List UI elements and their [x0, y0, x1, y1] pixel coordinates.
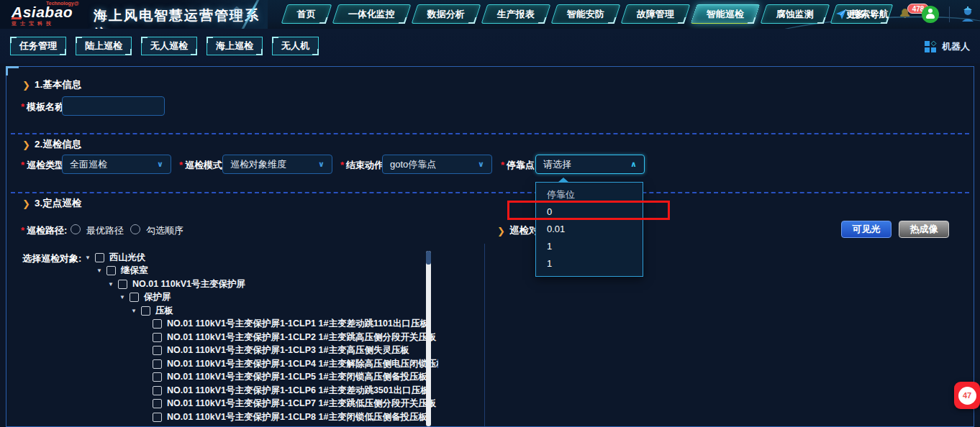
paper-plane-icon[interactable]	[835, 9, 847, 20]
alarm-bell-wrap[interactable]: 🔔︎ 478	[899, 6, 915, 23]
required-marker: *	[21, 101, 24, 112]
tree-row[interactable]: NO.01 110kV1号主变保护屏1-1CLP5 1#主变闭锁高压侧备投压板	[6, 371, 438, 385]
tree-row[interactable]: NO.01 110kV1号主变保护屏1-1CLP1 1#主变差动跳1101出口压…	[6, 318, 438, 331]
chevron-down-icon: ∨	[478, 160, 484, 169]
checkbox[interactable]	[153, 386, 162, 395]
tree-scrollbar-thumb[interactable]	[426, 251, 431, 265]
logo-accent	[11, 17, 22, 19]
nav-item-corrosion-monitoring[interactable]: 腐蚀监测	[761, 4, 830, 24]
section-marker-icon: ❯	[497, 226, 505, 237]
tree-row[interactable]: NO.01 110kV1号主变保护屏1-1CLP2 1#主变跳高压侧分段开关压板	[6, 331, 438, 344]
tree-expand-icon[interactable]: ▼	[119, 294, 130, 300]
nav-item-fault-management[interactable]: 故障管理	[621, 4, 691, 24]
secondary-nav: 任务管理 陆上巡检 无人巡检 海上巡检 无人机 机器人	[0, 29, 980, 63]
tree-row[interactable]: NO.01 110kV1号主变保护屏1-1CLP6 1#主变差动跳3501出口压…	[6, 384, 438, 398]
robot-entry-button[interactable]: 机器人	[925, 40, 970, 53]
inspection-mode-label: *巡检模式:	[179, 159, 225, 172]
tree-expand-icon[interactable]: ▼	[131, 308, 141, 314]
checkbox[interactable]	[153, 359, 162, 369]
radio-optimal-path[interactable]	[71, 224, 81, 234]
green-person-circle-icon[interactable]	[922, 6, 939, 23]
module-tabs: 任务管理 陆上巡检 无人巡检 海上巡检 无人机	[10, 37, 319, 55]
nav-item-integrated-monitoring[interactable]: 一体化监控	[332, 4, 412, 24]
column-divider	[484, 244, 485, 426]
tree-row[interactable]: NO.01 110kV1号主变保护屏1-1CLP7 1#主变跳低压侧分段开关压板	[6, 398, 438, 411]
section-marker-icon: ❯	[22, 198, 30, 209]
tree-expand-icon[interactable]: ▼	[108, 281, 118, 288]
dropdown-option[interactable]: 0.01	[536, 221, 643, 238]
logo-subtext: 亚士宝科技	[12, 20, 55, 27]
checkbox[interactable]	[153, 372, 162, 382]
checkbox[interactable]	[95, 253, 104, 262]
tree-scrollbar-track[interactable]	[426, 251, 431, 426]
checkbox[interactable]	[118, 280, 127, 289]
dock-point-select[interactable]: 请选择 ∧	[535, 155, 645, 174]
inspection-type-select[interactable]: 全面巡检 ∨	[62, 155, 171, 174]
section-inspection-info-header: ❯ 2.巡检信息	[22, 138, 81, 151]
checkbox[interactable]	[141, 306, 150, 316]
radio-optimal-path-label[interactable]: 最优路径	[86, 224, 124, 237]
tree-expand-icon[interactable]: ▼	[85, 254, 95, 261]
tab-onshore-inspection[interactable]: 陆上巡检	[76, 37, 132, 55]
worker-avatar-icon[interactable]	[960, 6, 976, 23]
tab-task-management[interactable]: 任务管理	[10, 37, 66, 55]
tree-row[interactable]: NO.01 110kV1号主变保护屏1-1CLP3 1#主变高压侧失灵压板	[6, 344, 438, 358]
main-nav: 首页 一体化监控 数据分析 生产报表 智能安防 故障管理 智能巡检 腐蚀监测 更…	[284, 4, 890, 24]
checkbox[interactable]	[153, 319, 162, 329]
dock-point-label: *停靠点:	[501, 159, 537, 172]
thermal-imaging-button[interactable]: 热成像	[899, 221, 949, 238]
header-separator	[949, 6, 950, 22]
visible-light-button[interactable]: 可见光	[841, 221, 891, 238]
inspection-path-label: *巡检路径:	[21, 224, 67, 237]
end-action-label: *结束动作:	[340, 159, 386, 172]
tree-row[interactable]: NO.01 110kV1号主变保护屏1-1CLP8 1#主变闭锁低压侧备投压板	[6, 410, 438, 424]
checkbox[interactable]	[106, 266, 116, 275]
nav-item-data-analysis[interactable]: 数据分析	[412, 4, 481, 24]
section-fixed-point-header: ❯ 3.定点巡检	[22, 197, 81, 210]
dropdown-option[interactable]: 停靠位	[536, 186, 643, 203]
tree-row[interactable]: ▼西山光伏	[6, 251, 438, 265]
tree-row[interactable]: ▼保护屏	[6, 291, 438, 305]
robot-label: 机器人	[942, 40, 970, 53]
floating-counter-value: 47	[958, 387, 976, 405]
tree-row[interactable]: NO.01 110kV1号主变保护屏1-1CLP4 1#主变解除高压侧电压闭锁压…	[6, 357, 438, 371]
checkbox[interactable]	[153, 346, 162, 355]
template-name-input[interactable]	[62, 96, 165, 116]
inspection-object-tree: ▼西山光伏 ▼继保室 ▼NO.01 110kV1号主变保护屏 ▼保护屏 ▼压板 …	[6, 251, 438, 426]
dock-point-dropdown: 停靠位 0 0.01 1 1	[535, 182, 643, 277]
tree-expand-icon[interactable]: ▼	[96, 267, 106, 274]
section-title: 2.巡检信息	[35, 138, 81, 151]
search-nav-label[interactable]: 搜索导航	[851, 8, 889, 21]
section-title: 3.定点巡检	[35, 197, 81, 210]
section-marker-icon: ❯	[22, 139, 30, 150]
inspection-mode-select[interactable]: 巡检对象维度 ∨	[222, 155, 332, 174]
tab-drone[interactable]: 无人机	[272, 37, 319, 55]
logo-zone: Technology@ Asiabao 亚士宝科技 海上风电智慧运营管理系统 ⟰	[0, 0, 268, 29]
nav-item-smart-security[interactable]: 智能安防	[551, 4, 621, 24]
dropdown-option[interactable]: 1	[536, 255, 643, 272]
content-panel: ❯ 1.基本信息 *模板名称: ❯ 2.巡检信息 *巡检类型: 全面巡检 ∨ *…	[6, 66, 974, 427]
section-basic-info-header: ❯ 1.基本信息	[22, 78, 81, 91]
turbine-decor-icon: ⟰	[229, 3, 245, 25]
nav-item-smart-inspection[interactable]: 智能巡检	[691, 4, 761, 24]
tree-row[interactable]: ▼继保室	[6, 265, 438, 278]
tree-row[interactable]: ▼NO.01 110kV1号主变保护屏	[6, 277, 438, 291]
nav-item-production-report[interactable]: 生产报表	[481, 4, 551, 24]
tab-unmanned-inspection[interactable]: 无人巡检	[141, 37, 197, 55]
radio-check-order[interactable]	[130, 224, 140, 234]
checkbox[interactable]	[153, 333, 162, 342]
end-action-select[interactable]: goto停靠点 ∨	[382, 155, 492, 174]
floating-counter-button[interactable]: 47	[954, 382, 980, 409]
checkbox[interactable]	[153, 413, 162, 422]
header-right-cluster: 搜索导航 🔔︎ 478	[835, 0, 976, 29]
dropdown-option-highlighted[interactable]: 0	[536, 203, 643, 221]
dropdown-option[interactable]: 1	[536, 238, 643, 255]
top-header: Technology@ Asiabao 亚士宝科技 海上风电智慧运营管理系统 ⟰…	[0, 0, 980, 29]
checkbox[interactable]	[153, 399, 162, 408]
nav-item-home[interactable]: 首页	[281, 4, 332, 24]
radio-check-order-label[interactable]: 勾选顺序	[146, 224, 183, 237]
checkbox[interactable]	[130, 293, 139, 302]
tree-row[interactable]: ▼压板	[6, 304, 438, 318]
tab-offshore-inspection[interactable]: 海上巡检	[207, 37, 263, 55]
chevron-up-icon: ∧	[630, 160, 637, 169]
